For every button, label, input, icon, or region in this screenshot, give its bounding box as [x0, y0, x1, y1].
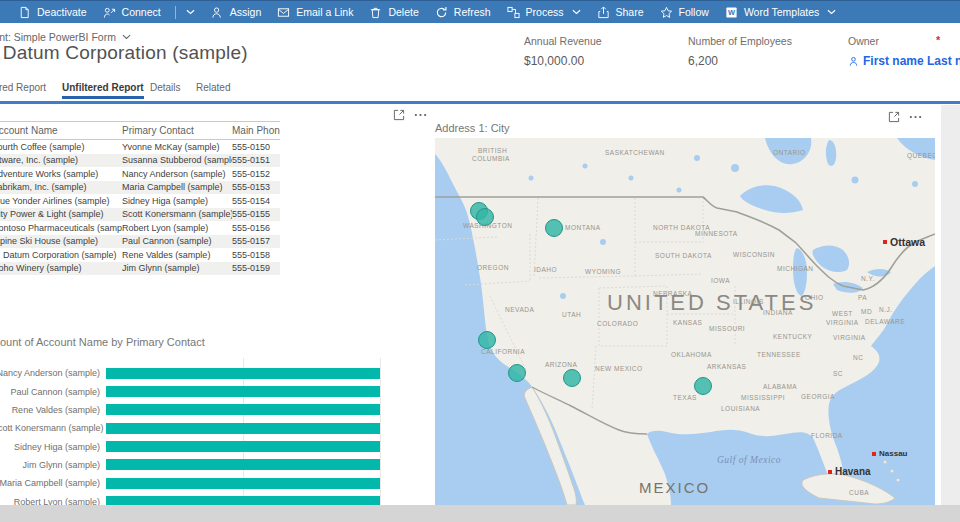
table-row[interactable]: Blue Yonder Airlines (sample)Sidney Higa…: [0, 194, 280, 208]
table-cell: 555-0152: [232, 169, 280, 179]
map-label-wyoming: WYOMING: [585, 268, 621, 275]
map-label-n-j: N.J.: [879, 306, 893, 313]
map-city-havana: Havana: [828, 466, 871, 477]
field-value[interactable]: 6,200: [688, 54, 792, 68]
cmd-label: Process: [526, 6, 564, 18]
table-cell: Adventure Works (sample): [0, 169, 122, 179]
map-label-arizona: ARIZONA: [545, 361, 577, 368]
cmd-refresh[interactable]: Refresh: [427, 1, 499, 23]
table-row[interactable]: Fourth Coffee (sample)Yvonne McKay (samp…: [0, 140, 280, 154]
cmd-label: Email a Link: [296, 6, 353, 18]
share-icon: [597, 6, 610, 19]
field-value[interactable]: $10,000.00: [524, 54, 602, 68]
tab-details[interactable]: Details: [150, 82, 181, 96]
bar[interactable]: [106, 459, 380, 470]
map-label-west: WEST: [832, 310, 853, 317]
horizontal-scrollbar[interactable]: [0, 505, 960, 522]
person-icon: [848, 56, 859, 67]
table-row[interactable]: Alpine Ski House (sample)Paul Cannon (sa…: [0, 235, 280, 249]
map-label-iowa: IOWA: [711, 277, 730, 284]
map-data-bubble[interactable]: [694, 377, 712, 395]
table-row[interactable]: Contoso Pharmaceuticals (sample)Robert L…: [0, 221, 280, 235]
map-label-delaware: DELAWARE: [865, 318, 905, 325]
cmd-assign[interactable]: Assign: [203, 1, 270, 23]
map-data-bubble[interactable]: [545, 219, 563, 237]
chevron-down-icon[interactable]: [825, 9, 836, 15]
map-data-bubble[interactable]: [478, 331, 496, 349]
cmd-follow[interactable]: Follow: [652, 1, 717, 23]
table-row[interactable]: Coho Winery (sample)Jim Glynn (sample)55…: [0, 262, 280, 276]
column-header-primary-contact[interactable]: Primary Contact: [122, 125, 232, 136]
city-marker-icon: [883, 240, 887, 244]
cmd-share[interactable]: Share: [589, 1, 652, 23]
map-canvas[interactable]: BRITISHCOLUMBIASASKATCHEWANONTARIOQUEBEC…: [435, 138, 935, 505]
border-canada: [435, 197, 935, 290]
column-header-account-name[interactable]: Account Name: [0, 125, 122, 136]
bar[interactable]: [106, 441, 380, 452]
table-cell: Fourth Coffee (sample): [0, 142, 122, 152]
cmd-process[interactable]: Process: [499, 1, 589, 23]
table-row[interactable]: Fabrikam, Inc. (sample)Maria Campbell (s…: [0, 181, 280, 195]
field-label: Number of Employees: [688, 35, 792, 47]
focus-mode-icon[interactable]: [393, 109, 405, 121]
table-row[interactable]: A. Datum Corporation (sample)Rene Valdes…: [0, 248, 280, 262]
tab-filtered-report[interactable]: Filtered Report: [0, 82, 46, 96]
water-pacific: [435, 154, 585, 505]
map-label-wisconsin: WISCONSIN: [733, 251, 775, 258]
cmd-connect[interactable]: Connect: [95, 1, 203, 23]
delete-icon: [369, 6, 382, 19]
bar-row: Paul Cannon (sample): [0, 382, 388, 400]
bar[interactable]: [106, 386, 380, 397]
city-name: Havana: [835, 466, 871, 477]
field-label: Annual Revenue: [524, 35, 602, 47]
cmd-label: Refresh: [454, 6, 491, 18]
tab-unfiltered-report[interactable]: Unfiltered Report: [62, 82, 144, 99]
cmd-word-templates[interactable]: WWord Templates: [717, 1, 844, 23]
map-data-bubble[interactable]: [476, 208, 494, 226]
bar[interactable]: [106, 423, 380, 434]
bar-row: Maria Campbell (sample): [0, 474, 388, 492]
field-label: Owner*: [848, 35, 960, 47]
table-row[interactable]: Adventure Works (sample)Nancy Anderson (…: [0, 167, 280, 181]
table-cell: Robert Lyon (sample): [122, 223, 232, 233]
chevron-down-icon[interactable]: [570, 9, 581, 15]
more-options-icon[interactable]: [414, 113, 427, 117]
map-label-united-states: UNITED STATES: [607, 290, 816, 316]
cmd-deactivate[interactable]: Deactivate: [10, 1, 95, 23]
column-header-main-phone[interactable]: Main Phone: [232, 125, 280, 136]
map-label-florida: FLORIDA: [811, 432, 843, 439]
map-data-bubble[interactable]: [563, 369, 581, 387]
chevron-down-icon[interactable]: [184, 9, 195, 15]
map-visual-actions: [888, 111, 922, 123]
bar-category-label: Paul Cannon (sample): [0, 387, 106, 397]
table-cell: Maria Campbell (sample): [122, 182, 232, 192]
bar-fill: [106, 459, 380, 470]
bar[interactable]: [106, 404, 380, 415]
focus-mode-icon[interactable]: [888, 111, 900, 123]
cmd-email-a-link[interactable]: Email a Link: [269, 1, 361, 23]
more-options-icon[interactable]: [909, 115, 922, 119]
cmd-label: Follow: [679, 6, 709, 18]
map-label-virginia: VIRGINIA: [826, 319, 859, 326]
page-title: A. Datum Corporation (sample): [0, 42, 248, 64]
map-label-n-y: N.Y.: [861, 275, 875, 282]
bar[interactable]: [106, 478, 380, 489]
vertical-scrollbar[interactable]: [941, 105, 960, 505]
map-label-arkansas: ARKANSAS: [707, 363, 746, 370]
table-row[interactable]: City Power & Light (sample)Scott Konersm…: [0, 208, 280, 222]
table-cell: A. Datum Corporation (sample): [0, 250, 122, 260]
header-field-number-of-employees: Number of Employees6,200: [688, 35, 792, 68]
bar[interactable]: [106, 368, 380, 379]
cmd-delete[interactable]: Delete: [361, 1, 426, 23]
field-value[interactable]: First name Last name: [848, 54, 960, 68]
table-cell: Fabrikam, Inc. (sample): [0, 182, 122, 192]
table-cell: 555-0157: [232, 236, 280, 246]
tab-related[interactable]: Related: [196, 82, 230, 96]
report-area: Account NamePrimary ContactMain Phone Fo…: [0, 104, 960, 522]
table-cell: Nancy Anderson (sample): [122, 169, 232, 179]
map-data-bubble[interactable]: [508, 364, 526, 382]
required-asterisk: *: [936, 34, 940, 46]
table-row[interactable]: Litware, Inc. (sample)Susanna Stubberod …: [0, 154, 280, 168]
field-value-text: 6,200: [688, 54, 718, 68]
map-label-louisiana: LOUISIANA: [721, 405, 760, 412]
